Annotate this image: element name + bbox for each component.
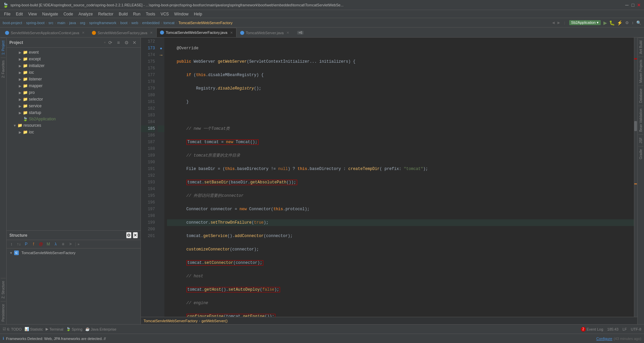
bc-java[interactable]: java xyxy=(69,21,76,25)
sidebar-collapse-btn[interactable]: ≡ xyxy=(115,39,122,46)
tab-close-tomcat-web-server[interactable]: ✕ xyxy=(286,31,289,35)
code-scroll[interactable]: 172 173 174 175 176 177 178 179 180 181 … xyxy=(141,38,637,317)
more-actions[interactable]: ⚙ xyxy=(625,20,629,25)
status-cursor[interactable]: 185:43 xyxy=(607,327,619,331)
struct-show-inherited[interactable]: P xyxy=(23,241,30,247)
tab-tomcat-factory[interactable]: TomcatServletWebServerFactory.java ✕ xyxy=(156,28,236,37)
struct-item-factory[interactable]: ▼ C TomcatServletWebServerFactory xyxy=(8,250,139,256)
status-lf[interactable]: LF xyxy=(623,327,627,331)
debug-button[interactable]: 🐛 xyxy=(609,20,615,25)
right-tab-database[interactable]: Database xyxy=(638,85,643,106)
menu-item-build[interactable]: Build xyxy=(116,11,130,17)
right-tab-gradle[interactable]: Gradle xyxy=(638,146,643,162)
bc-project[interactable]: boot-project xyxy=(3,21,22,25)
struct-show-lambdas[interactable]: @ xyxy=(38,241,44,247)
menu-item-edit[interactable]: Edit xyxy=(13,11,25,17)
status-terminal[interactable]: ▶ Terminal xyxy=(46,327,63,331)
status-jee[interactable]: ☕ Java Enterprise xyxy=(85,327,116,331)
notif-configure-link[interactable]: Configure xyxy=(596,337,612,341)
tree-item-ioc[interactable]: ▶ 📁 ioc xyxy=(7,69,141,76)
ln-188: 188 xyxy=(141,146,155,152)
struct-align[interactable]: ≡ xyxy=(60,241,66,247)
status-errors[interactable]: 2 Event Log xyxy=(581,327,603,332)
menu-item-help[interactable]: Help xyxy=(191,11,205,17)
struct-sort-visibility[interactable]: ↑↓ xyxy=(15,241,22,247)
structure-hide-btn[interactable]: ✕ xyxy=(133,232,138,238)
right-tab-maven[interactable]: Maven Projects xyxy=(638,57,643,85)
left-tab-favorites[interactable]: 2: Favorites xyxy=(1,57,6,80)
left-tab-structure[interactable]: Z: Structure xyxy=(1,278,6,301)
cursor-pos: 185:43 xyxy=(607,327,619,331)
struct-more[interactable]: » xyxy=(77,242,79,246)
right-tab-jsf[interactable]: JSF xyxy=(638,134,643,146)
status-todo[interactable]: ☑ 6: TODO xyxy=(3,327,22,331)
menu-item-run[interactable]: Run xyxy=(130,11,143,17)
search-everywhere[interactable]: 🔍 xyxy=(636,20,641,25)
code-content[interactable]: @Override public WebServer getWebServer(… xyxy=(164,38,634,317)
struct-show-anon[interactable]: λ xyxy=(52,241,59,247)
tab-servlet-context[interactable]: ServletWebServerApplicationContext.java … xyxy=(1,28,88,37)
struct-sort-alpha[interactable]: ↕ xyxy=(8,241,15,247)
vcs-button[interactable]: ↕ xyxy=(632,20,634,25)
bc-main[interactable]: main xyxy=(57,21,65,25)
bc-tomcat[interactable]: tomcat xyxy=(163,21,174,25)
run-button[interactable]: ▶ xyxy=(603,20,607,25)
bc-boot[interactable]: boot xyxy=(120,21,127,25)
sidebar-sync-btn[interactable]: ⟳ xyxy=(107,39,114,46)
status-encoding[interactable]: UTF-8 xyxy=(631,327,641,331)
code-container: 172 173 174 175 176 177 178 179 180 181 … xyxy=(141,38,637,317)
bc-spring-boot[interactable]: spring-boot xyxy=(26,21,45,25)
tab-more[interactable]: +6 xyxy=(293,28,307,37)
bc-embedded[interactable]: embedded xyxy=(142,21,160,25)
minimize-button[interactable]: ─ xyxy=(625,3,629,7)
status-spring[interactable]: 🍃 Spring xyxy=(66,327,83,331)
left-tab-project[interactable]: 1: Project xyxy=(1,38,6,57)
right-tab-bean-validation[interactable]: Bean Validation xyxy=(638,106,643,134)
struct-show-params[interactable]: M xyxy=(45,241,52,247)
tree-item-event[interactable]: ▶ 📁 event xyxy=(7,49,141,56)
menu-item-window[interactable]: Window xyxy=(171,11,191,17)
tree-item-except[interactable]: ▶ 📁 except xyxy=(7,56,141,62)
structure-settings-btn[interactable]: ⚙ xyxy=(126,232,131,238)
menu-item-navigate[interactable]: Navigate xyxy=(40,11,61,17)
bc-web[interactable]: web xyxy=(131,21,138,25)
sidebar-settings-btn[interactable]: ⚙ xyxy=(123,39,130,46)
bc-springframework[interactable]: springframework xyxy=(89,21,116,25)
run-config-selector[interactable]: Sb2Application ▾ xyxy=(569,20,601,25)
tab-close-servlet-context[interactable]: ✕ xyxy=(82,31,85,35)
status-statistic[interactable]: 📊 Statistic xyxy=(24,327,43,331)
bc-factory[interactable]: TomcatServletWebServerFactory xyxy=(178,21,232,25)
left-tab-persistence[interactable]: Persistence xyxy=(1,301,6,324)
tree-item-service[interactable]: ▶ 📁 service xyxy=(7,103,141,109)
coverage-button[interactable]: ⚡ xyxy=(617,20,623,25)
bc-src[interactable]: src xyxy=(48,21,53,25)
tab-close-tomcat-factory[interactable]: ✕ xyxy=(230,31,233,35)
tree-item-initializer[interactable]: ▶ 📁 initializer xyxy=(7,62,141,69)
menu-item-code[interactable]: Code xyxy=(61,11,76,17)
bc-org[interactable]: org xyxy=(80,21,85,25)
right-tab-ant[interactable]: Ant Build xyxy=(638,38,643,57)
menu-item-refactor[interactable]: Refactor xyxy=(96,11,116,17)
struct-show-fields[interactable]: f xyxy=(30,241,37,247)
menu-item-file[interactable]: File xyxy=(1,11,13,17)
maximize-button[interactable]: □ xyxy=(631,3,635,7)
menu-item-view[interactable]: View xyxy=(25,11,40,17)
tree-item-pro[interactable]: ▶ 📁 pro xyxy=(7,89,141,96)
menu-item-analyze[interactable]: Analyze xyxy=(76,11,96,17)
menu-item-vcs[interactable]: VCS xyxy=(158,11,172,17)
struct-expand[interactable]: > xyxy=(67,241,74,247)
tree-item-selector[interactable]: ▶ 📁 selector xyxy=(7,96,141,103)
tab-close-servlet-factory[interactable]: ✕ xyxy=(150,31,153,35)
tree-item-listener[interactable]: ▶ 📁 listener xyxy=(7,76,141,82)
tree-item-mapper[interactable]: ▶ 📁 mapper xyxy=(7,82,141,89)
menu-item-tools[interactable]: Tools xyxy=(143,11,158,17)
tree-item-sb2app[interactable]: 🍃 Sb2Application xyxy=(7,116,141,122)
tree-item-startup[interactable]: ▶ 📁 startup xyxy=(7,109,141,116)
tree-item-resources-ioc[interactable]: ▶ 📁 ioc xyxy=(7,129,141,135)
tab-servlet-factory[interactable]: ServletWebServerFactory.java ✕ xyxy=(88,28,156,37)
tree-item-resources[interactable]: ▼ 📁 resources xyxy=(7,122,141,129)
sidebar-hide-btn[interactable]: ✕ xyxy=(131,39,138,46)
close-button[interactable]: ✕ xyxy=(637,3,641,7)
tab-tomcat-web-server[interactable]: TomcatWebServer.java ✕ xyxy=(236,28,293,37)
scroll-indicator[interactable] xyxy=(634,38,637,317)
